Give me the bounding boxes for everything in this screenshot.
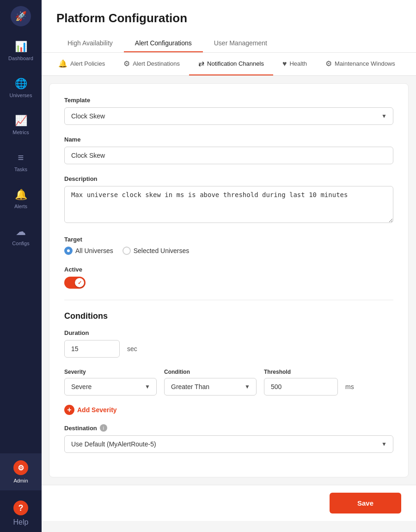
help-icon: ? — [13, 501, 28, 515]
notification-channels-icon: ⇄ — [198, 59, 204, 68]
name-section: Name — [64, 136, 393, 164]
radio-selected-universes-btn — [122, 247, 131, 255]
destination-select-wrapper-outer: Use Default (MyAlertRoute-5) ▼ — [64, 435, 393, 453]
page-header: Platform Configuration High Availability… — [42, 0, 416, 53]
severity-label: Severity — [64, 369, 157, 375]
radio-selected-universes[interactable]: Selected Universes — [122, 247, 190, 255]
destination-label-row: Destination i — [64, 424, 393, 432]
form-area: Template Clock Skew ▼ Name Description M… — [49, 83, 409, 477]
sidebar-item-alerts[interactable]: 🔔 Alerts — [0, 180, 42, 217]
destination-section: Destination i Use Default (MyAlertRoute-… — [64, 424, 393, 453]
toggle-knob: ✓ — [75, 278, 84, 287]
add-severity-icon: + — [64, 405, 74, 415]
tab-notification-channels[interactable]: ⇄ Notification Channels — [189, 53, 273, 75]
description-section: Description Max universe clock skew in m… — [64, 175, 393, 225]
logo-icon — [11, 6, 31, 26]
template-select[interactable]: Clock Skew — [64, 107, 393, 125]
sidebar-help-label: Help — [13, 518, 29, 526]
maintenance-icon: ⚙ — [325, 59, 332, 68]
severity-field: Severity Severe ▼ — [64, 369, 157, 396]
tab-label: Maintenance Windows — [335, 60, 395, 67]
active-label: Active — [64, 266, 393, 273]
target-section: Target All Universes Selected Universes — [64, 236, 393, 255]
threshold-label: Threshold — [264, 369, 338, 375]
health-icon: ♥ — [282, 60, 287, 68]
sidebar-item-label: Configs — [12, 241, 29, 246]
threshold-input[interactable] — [264, 378, 338, 396]
destination-label: Destination — [64, 425, 97, 432]
destination-select-wrapper: Use Default (MyAlertRoute-5) ▼ — [64, 435, 393, 453]
active-toggle[interactable]: ✓ — [64, 277, 86, 289]
tab-alert-policies[interactable]: 🔔 Alert Policies — [49, 53, 114, 75]
target-radio-group: All Universes Selected Universes — [64, 247, 393, 255]
metrics-icon: 📈 — [15, 115, 27, 127]
tab-alert-destinations[interactable]: ⚙ Alert Destinations — [114, 53, 189, 75]
tab-label: Alert Policies — [70, 60, 105, 67]
top-tab-bar: High Availability Alert Configurations U… — [56, 35, 401, 52]
severity-select-wrapper: Severe ▼ — [64, 378, 157, 396]
save-button[interactable]: Save — [330, 493, 401, 513]
threshold-unit: ms — [345, 383, 354, 390]
tab-maintenance-windows[interactable]: ⚙ Maintenance Windows — [316, 53, 404, 75]
add-severity-button[interactable]: + Add Severity — [64, 405, 117, 415]
tab-high-availability[interactable]: High Availability — [56, 35, 124, 52]
conditions-title: Conditions — [64, 311, 393, 321]
severity-select[interactable]: Severe — [64, 378, 157, 396]
sidebar-item-label: Dashboard — [8, 56, 33, 61]
target-label: Target — [64, 236, 393, 243]
duration-section: Duration sec — [64, 329, 393, 358]
sidebar-item-label: Admin — [13, 478, 28, 483]
condition-field: Condition Greater Than ▼ — [164, 369, 257, 396]
name-label: Name — [64, 136, 393, 143]
logo[interactable] — [0, 0, 42, 32]
threshold-unit-container: ms — [345, 383, 393, 396]
description-textarea[interactable]: Max universe clock skew in ms is above t… — [64, 186, 393, 223]
tab-user-management[interactable]: User Management — [203, 35, 278, 52]
threshold-field: Threshold — [264, 369, 338, 396]
tab-health[interactable]: ♥ Health — [273, 53, 316, 75]
sidebar-item-admin[interactable]: ⚙ Admin — [0, 453, 42, 490]
sidebar-item-label: Universes — [10, 93, 32, 98]
radio-all-universes[interactable]: All Universes — [64, 247, 113, 255]
radio-selected-universes-label: Selected Universes — [134, 247, 190, 254]
sidebar-item-universes[interactable]: 🌐 Universes — [0, 69, 42, 106]
sidebar-item-tasks[interactable]: ≡ Tasks — [0, 143, 42, 180]
template-section: Template Clock Skew ▼ — [64, 97, 393, 125]
alert-destinations-icon: ⚙ — [123, 59, 130, 68]
condition-select-wrapper: Greater Than ▼ — [164, 378, 257, 396]
radio-all-universes-btn — [64, 247, 73, 255]
sidebar-item-label: Tasks — [14, 167, 27, 172]
page-title: Platform Configuration — [56, 11, 401, 25]
duration-label: Duration — [64, 329, 393, 336]
sidebar-item-help[interactable]: ? Help — [0, 495, 42, 532]
tab-label: Alert Destinations — [133, 60, 180, 67]
condition-label: Condition — [164, 369, 257, 375]
description-label: Description — [64, 175, 393, 182]
sidebar-item-dashboard[interactable]: 📊 Dashboard — [0, 32, 42, 69]
form-footer: Save — [42, 485, 416, 521]
toggle-check-icon: ✓ — [78, 280, 82, 286]
universes-icon: 🌐 — [15, 78, 27, 90]
tab-alert-configurations[interactable]: Alert Configurations — [124, 35, 203, 52]
destination-select[interactable]: Use Default (MyAlertRoute-5) — [64, 435, 393, 453]
template-select-wrapper: Clock Skew ▼ — [64, 107, 393, 125]
configs-icon: ☁ — [16, 226, 26, 238]
add-severity-label: Add Severity — [77, 406, 117, 414]
tab-label: Health — [289, 60, 307, 67]
tasks-icon: ≡ — [18, 152, 24, 164]
template-label: Template — [64, 97, 393, 104]
sidebar: 📊 Dashboard 🌐 Universes 📈 Metrics ≡ Task… — [0, 0, 42, 532]
name-input[interactable] — [64, 147, 393, 164]
condition-select[interactable]: Greater Than — [164, 378, 257, 396]
sidebar-item-configs[interactable]: ☁ Configs — [0, 217, 42, 254]
sidebar-item-metrics[interactable]: 📈 Metrics — [0, 106, 42, 143]
destination-info-icon[interactable]: i — [100, 424, 107, 432]
severity-row: Severity Severe ▼ Condition Greater Than — [64, 369, 393, 396]
section-divider — [64, 300, 393, 300]
sidebar-item-label: Alerts — [14, 204, 27, 209]
alerts-icon: 🔔 — [15, 189, 27, 201]
alert-policies-icon: 🔔 — [58, 59, 67, 68]
content-area: 🔔 Alert Policies ⚙ Alert Destinations ⇄ … — [42, 53, 416, 532]
active-section: Active ✓ — [64, 266, 393, 289]
duration-input[interactable] — [64, 340, 120, 358]
